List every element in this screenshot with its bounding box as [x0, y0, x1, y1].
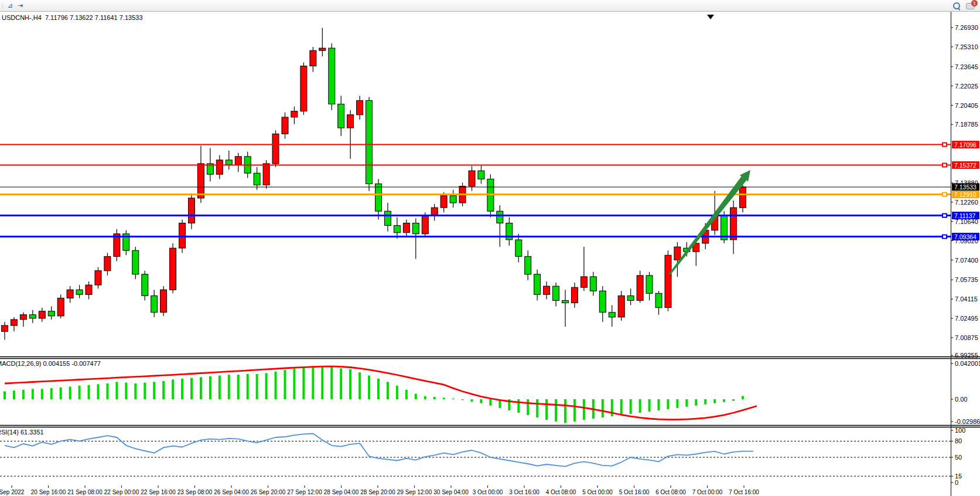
rsi-indicator-label: RSI(14) 61.3351	[0, 429, 44, 436]
line-handle	[943, 164, 947, 167]
macd-axis-label: -0.029864	[955, 418, 980, 425]
time-axis-label: 27 Sep 12:00	[287, 489, 322, 495]
line-handle	[943, 214, 947, 218]
rsi-axis-label: 100	[955, 427, 965, 434]
indicators-list-icon: ⊿	[7, 1, 12, 11]
line-handle	[943, 235, 947, 239]
time-axis-label: 22 Sep 00:00	[104, 489, 139, 495]
price-tags: 7.170967.153727.135337.129107.111377.093…	[952, 141, 979, 240]
time-axis-label: Sep 2022	[0, 489, 25, 495]
price-tag-label: 7.11137	[954, 212, 976, 219]
toolbar-right: 1	[953, 2, 980, 9]
macd-histogram	[5, 366, 743, 423]
price-axis-label: 7.12260	[955, 199, 978, 206]
price-axis-label: 7.07400	[955, 257, 978, 264]
time-axis-label: 21 Sep 08:00	[67, 489, 103, 495]
time-axis-label: 23 Sep 08:00	[177, 489, 213, 495]
toolbar: ┊✚新订单┊◀▭◉●自动交易┊▥║≈┊⊕⊖▦┊⊿⇥┊▣▾◷▾▤▾┊↖✛┊│─╱∥…	[0, 0, 980, 12]
macd-indicator-label: MACD(12,26,9) 0.004155 -0.007477	[0, 360, 101, 367]
chart-canvas[interactable]: 7.269307.253107.236457.220257.204057.187…	[0, 12, 980, 496]
line-handle	[943, 143, 947, 147]
price-axis-label: 7.00875	[955, 334, 978, 341]
notifications-icon[interactable]: 1	[966, 2, 975, 9]
price-tag-label: 7.13533	[954, 184, 976, 191]
indicators-list-button[interactable]: ⊿	[5, 1, 15, 11]
trend-arrow[interactable]	[669, 170, 750, 275]
rsi-level-lines	[0, 441, 951, 476]
price-axis-label: 6.99255	[955, 352, 978, 359]
rsi-line	[5, 434, 753, 467]
time-axis-label: 20 Sep 16:00	[31, 489, 66, 495]
chart-symbol-title: USDCNH-,H4 7.11796 7.13622 7.11641 7.135…	[2, 14, 143, 21]
chart-area[interactable]: 7.269307.253107.236457.220257.204057.187…	[0, 12, 980, 496]
price-tag-label: 7.15372	[954, 162, 976, 169]
price-axis-label: 7.23645	[955, 63, 978, 70]
price-axis-label: 7.18785	[955, 121, 978, 128]
price-axis-label: 7.04115	[955, 295, 978, 303]
macd-axis-label: 0.042001	[955, 360, 980, 367]
time-axis-label: 26 Sep 04:00	[214, 489, 249, 495]
search-icon[interactable]	[953, 2, 960, 9]
price-axis-label: 7.22025	[955, 83, 978, 90]
time-axis-label: 7 Oct 00:00	[692, 489, 723, 495]
price-axis-label: 7.25310	[955, 43, 978, 50]
price-axis-label: 7.05735	[955, 276, 978, 283]
toolbar-group: ┊⊿⇥	[0, 0, 166, 11]
pane-frame	[0, 12, 980, 496]
macd-axis-label: 0.00	[955, 396, 967, 403]
horizontal-price-lines[interactable]	[0, 143, 951, 239]
time-axis-label: 30 Sep 04:00	[433, 489, 469, 495]
toolbar-grip: ┊	[1, 3, 3, 9]
time-axis-label: 4 Oct 08:00	[546, 489, 576, 495]
price-axis: 7.269307.253107.236457.220257.204057.187…	[951, 24, 980, 486]
notification-badge: 1	[971, 0, 978, 6]
chart-shift-button[interactable]: ⇥	[15, 1, 25, 11]
rsi-axis-label: 80	[955, 437, 962, 444]
time-axis: Sep 202220 Sep 16:0021 Sep 08:0022 Sep 0…	[0, 485, 759, 495]
time-axis-label: 22 Sep 16:00	[141, 489, 176, 495]
rsi-axis-label: 50	[955, 454, 962, 461]
price-tag-label: 7.09364	[954, 233, 976, 240]
price-tag-label: 7.12910	[954, 191, 976, 198]
line-handle	[943, 193, 947, 196]
time-axis-label: 28 Sep 04:00	[324, 489, 359, 495]
rsi-axis-label: 0	[955, 479, 958, 486]
time-axis-label: 3 Oct 00:00	[473, 489, 503, 495]
time-axis-label: 7 Oct 16:00	[729, 489, 759, 495]
time-axis-label: 5 Oct 16:00	[619, 489, 650, 495]
price-axis-label: 7.02495	[955, 315, 978, 322]
time-axis-label: 5 Oct 00:00	[582, 489, 613, 495]
candles	[2, 28, 746, 340]
price-axis-label: 7.20405	[955, 102, 978, 109]
price-tag-label: 7.17096	[954, 141, 976, 148]
time-axis-label: 3 Oct 16:00	[509, 489, 539, 495]
chart-shift-icon: ⇥	[18, 1, 23, 11]
time-axis-label: 28 Sep 20:00	[360, 489, 395, 495]
price-axis-label: 7.26930	[955, 24, 978, 31]
time-axis-label: 26 Sep 20:00	[251, 489, 286, 495]
time-axis-label: 6 Oct 08:00	[655, 489, 686, 495]
chart-shift-marker[interactable]	[707, 15, 714, 19]
time-axis-label: 29 Sep 12:00	[397, 489, 432, 495]
